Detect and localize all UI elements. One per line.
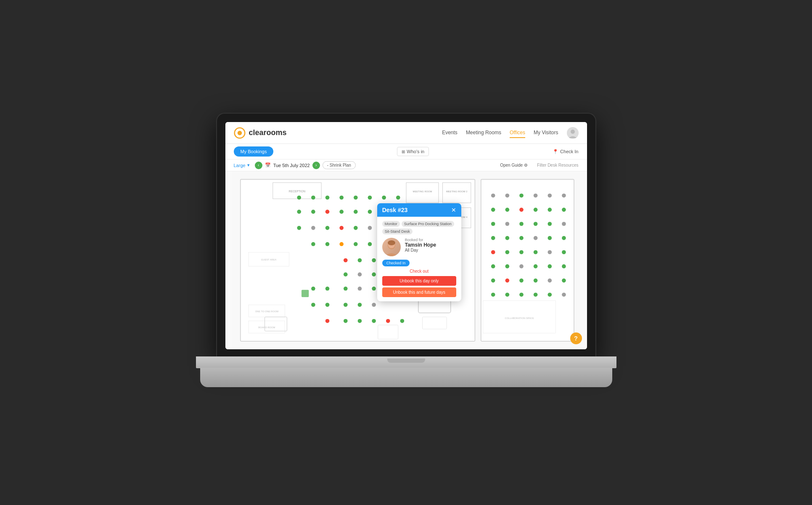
svg-point-57 bbox=[343, 272, 347, 276]
popup-header: Desk #23 ✕ bbox=[377, 203, 461, 217]
svg-point-122 bbox=[505, 292, 509, 297]
settings-icon: ⚙ bbox=[524, 163, 528, 167]
svg-point-62 bbox=[325, 287, 329, 291]
popup-close-button[interactable]: ✕ bbox=[451, 207, 456, 213]
booking-time: All Day bbox=[405, 248, 456, 252]
svg-point-29 bbox=[368, 196, 372, 200]
svg-text:RECEPTION: RECEPTION bbox=[288, 190, 305, 193]
svg-point-47 bbox=[311, 242, 315, 246]
check-in-button[interactable]: 📍 Check In bbox=[553, 149, 578, 154]
svg-point-110 bbox=[505, 264, 509, 268]
svg-point-78 bbox=[400, 319, 404, 323]
svg-text:COLLABORATION SPACE: COLLABORATION SPACE bbox=[505, 317, 534, 319]
nav-offices[interactable]: Offices bbox=[510, 128, 525, 138]
popup-tags: Monitor Surface Pro Docking Station Sit-… bbox=[382, 221, 456, 234]
tag-monitor: Monitor bbox=[382, 221, 400, 227]
svg-point-118 bbox=[533, 279, 537, 283]
svg-point-83 bbox=[548, 194, 552, 198]
svg-point-119 bbox=[548, 279, 552, 283]
floor-plan-area[interactable]: RECEPTION MEETING ROOM MEETING ROOM 2 ME… bbox=[225, 171, 587, 349]
svg-point-48 bbox=[325, 242, 329, 246]
svg-point-31 bbox=[396, 196, 400, 200]
date-nav: ‹ 📅 Tue 5th July 2022 › - Shrink Plan bbox=[255, 161, 356, 169]
logo-icon bbox=[234, 127, 246, 139]
svg-point-77 bbox=[386, 319, 390, 323]
svg-point-61 bbox=[311, 287, 315, 291]
svg-point-74 bbox=[343, 319, 347, 323]
svg-point-35 bbox=[339, 210, 344, 214]
svg-point-64 bbox=[357, 287, 362, 291]
unbook-future-button[interactable]: Unbook this and future days bbox=[382, 287, 456, 297]
unbook-day-button[interactable]: Unbook this day only bbox=[382, 276, 456, 286]
svg-point-109 bbox=[491, 264, 495, 268]
svg-point-90 bbox=[562, 208, 566, 212]
svg-point-39 bbox=[297, 226, 301, 230]
popup-booking-info: Booked for Tamsin Hope All Day bbox=[405, 238, 456, 252]
svg-point-71 bbox=[357, 303, 362, 307]
svg-point-68 bbox=[311, 303, 315, 307]
svg-point-102 bbox=[562, 236, 566, 240]
nav-meeting-rooms[interactable]: Meeting Rooms bbox=[466, 128, 501, 138]
popup-booking: Booked for Tamsin Hope All Day bbox=[382, 238, 456, 256]
svg-point-75 bbox=[357, 319, 362, 323]
tag-docking: Surface Pro Docking Station bbox=[402, 221, 454, 227]
svg-point-40 bbox=[311, 226, 315, 230]
svg-point-69 bbox=[325, 303, 329, 307]
svg-text:MEETING ROOM: MEETING ROOM bbox=[413, 190, 432, 193]
desk-popup: Desk #23 ✕ Monitor Surface Pro Docking S… bbox=[377, 203, 461, 301]
svg-point-79 bbox=[491, 194, 495, 198]
user-avatar[interactable] bbox=[567, 127, 579, 139]
svg-point-120 bbox=[562, 279, 566, 283]
open-guide-button[interactable]: Open Guide ⚙ bbox=[500, 163, 528, 167]
svg-point-93 bbox=[519, 222, 524, 226]
chevron-down-icon: ▾ bbox=[247, 162, 250, 168]
svg-point-81 bbox=[519, 194, 524, 198]
svg-point-1 bbox=[237, 130, 242, 135]
location-icon: 📍 bbox=[553, 149, 558, 154]
svg-point-94 bbox=[533, 222, 537, 226]
svg-point-114 bbox=[562, 264, 566, 268]
date-next-button[interactable]: › bbox=[312, 162, 320, 169]
size-select[interactable]: Large ▾ bbox=[234, 162, 250, 168]
nav-items: Events Meeting Rooms Offices My Visitors bbox=[442, 127, 578, 139]
nav-my-visitors[interactable]: My Visitors bbox=[534, 128, 558, 138]
checkout-link[interactable]: Check out bbox=[382, 269, 456, 274]
laptop-notch bbox=[387, 359, 425, 363]
svg-point-73 bbox=[325, 319, 329, 323]
svg-text:ONE TO ONE ROOM: ONE TO ONE ROOM bbox=[255, 310, 278, 313]
nav-events[interactable]: Events bbox=[442, 128, 458, 138]
app-name: clearooms bbox=[249, 128, 287, 137]
svg-point-123 bbox=[519, 292, 524, 297]
svg-point-63 bbox=[343, 287, 347, 291]
svg-point-34 bbox=[325, 210, 329, 214]
svg-point-43 bbox=[354, 226, 358, 230]
svg-point-44 bbox=[368, 226, 372, 230]
svg-point-65 bbox=[372, 287, 376, 291]
svg-point-107 bbox=[548, 250, 552, 254]
svg-point-76 bbox=[372, 319, 376, 323]
booking-name: Tamsin Hope bbox=[405, 242, 456, 248]
open-guide-label: Open Guide bbox=[500, 163, 523, 167]
svg-point-124 bbox=[533, 292, 537, 297]
my-bookings-button[interactable]: My Bookings bbox=[234, 146, 274, 157]
svg-point-125 bbox=[548, 292, 552, 297]
popup-title: Desk #23 bbox=[382, 207, 408, 213]
svg-point-100 bbox=[533, 236, 537, 240]
svg-point-52 bbox=[343, 258, 347, 263]
help-button[interactable]: ? bbox=[570, 332, 582, 344]
svg-point-36 bbox=[354, 210, 358, 214]
svg-text:BOARD ROOM: BOARD ROOM bbox=[258, 326, 275, 329]
whos-in-button[interactable]: ⊞ Who's in bbox=[397, 147, 429, 156]
svg-point-82 bbox=[533, 194, 537, 198]
svg-point-87 bbox=[519, 208, 524, 212]
svg-point-58 bbox=[357, 272, 362, 276]
svg-point-101 bbox=[548, 236, 552, 240]
svg-point-25 bbox=[311, 196, 315, 200]
shrink-plan-button[interactable]: - Shrink Plan bbox=[323, 161, 356, 169]
svg-point-70 bbox=[343, 303, 347, 307]
svg-point-104 bbox=[505, 250, 509, 254]
date-prev-button[interactable]: ‹ bbox=[255, 162, 262, 169]
svg-point-103 bbox=[491, 250, 495, 254]
svg-point-72 bbox=[372, 303, 376, 307]
size-label: Large bbox=[234, 163, 246, 168]
